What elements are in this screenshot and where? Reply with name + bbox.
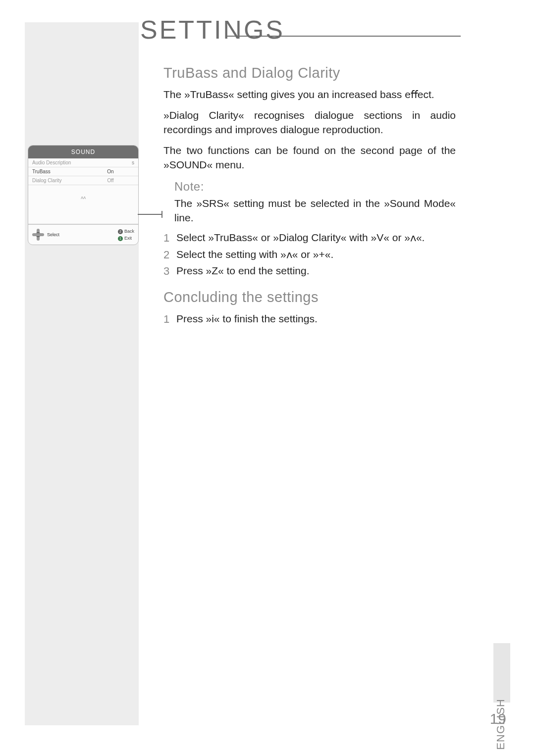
osd-select-label: Select — [47, 232, 59, 237]
step-text: Press »Z« to end the setting. — [176, 264, 456, 279]
note-text: The »SRS« setting must be selected in th… — [174, 197, 456, 225]
manual-page: SETTINGS TruBass and Dialog Clarity The … — [0, 0, 535, 756]
osd-row-dialog-clarity: Dialog Clarity Off — [28, 176, 138, 185]
paragraph: The two functions can be found on the se… — [163, 144, 456, 172]
osd-row-label: TruBass — [32, 169, 92, 174]
step-text: Select the setting with »ᴧ« or »+«. — [176, 248, 456, 262]
language-tab — [493, 643, 510, 703]
step-text: Press »i« to ﬁnish the settings. — [176, 312, 456, 327]
step-item: 2Select the setting with »ᴧ« or »+«. — [163, 248, 456, 262]
steps-list: 1Select »TruBass« or »Dialog Clarity« wi… — [163, 231, 456, 279]
osd-exit-label: Exit — [124, 236, 132, 241]
section-heading-trubass: TruBass and Dialog Clarity — [163, 63, 456, 83]
step-number: 1 — [163, 231, 176, 246]
osd-row-value: Off — [92, 178, 129, 183]
step-number: 2 — [163, 248, 176, 262]
dpad-icon — [32, 229, 44, 241]
page-title: SETTINGS — [140, 15, 285, 45]
osd-sound-menu: SOUND Audio Description s TruBass On Dia… — [28, 145, 139, 245]
step-item: 1Select »TruBass« or »Dialog Clarity« wi… — [163, 231, 456, 246]
step-number: 3 — [163, 264, 176, 279]
chevron-right-icon: s — [129, 160, 134, 165]
osd-row-trubass: TruBass On — [28, 167, 138, 176]
paragraph: The »TruBass« setting gives you an incre… — [163, 88, 456, 101]
step-text: Select »TruBass« or »Dialog Clarity« wit… — [176, 231, 456, 246]
osd-page-arrow: ᴧᴧ — [28, 185, 138, 201]
step-item: 1Press »i« to ﬁnish the settings. — [163, 312, 456, 327]
body-text: TruBass and Dialog Clarity The »TruBass«… — [163, 54, 456, 329]
osd-title: SOUND — [28, 146, 138, 158]
osd-row-label: Dialog Clarity — [32, 178, 92, 183]
title-underline — [225, 36, 461, 37]
section-heading-concluding: Concluding the settings — [163, 288, 456, 307]
osd-exit-hint: 1Exit — [118, 235, 134, 242]
note-label: Note: — [174, 179, 456, 195]
osd-row-label: Audio Description — [32, 160, 92, 165]
steps-list: 1Press »i« to ﬁnish the settings. — [163, 312, 456, 327]
osd-back-hint: 2Back — [118, 228, 134, 235]
badge-icon: 1 — [118, 236, 123, 241]
osd-footer: Select 2Back 1Exit — [28, 224, 138, 245]
osd-footer-right: 2Back 1Exit — [118, 228, 134, 242]
connector-line — [138, 214, 162, 215]
badge-icon: 2 — [118, 229, 123, 234]
osd-row-value: On — [92, 169, 129, 174]
osd-row-audio-description: Audio Description s — [28, 158, 138, 167]
osd-back-label: Back — [124, 229, 134, 234]
osd-footer-inner: Select 2Back 1Exit — [28, 225, 138, 245]
left-column-strip — [25, 22, 139, 725]
step-number: 1 — [163, 312, 176, 327]
step-item: 3Press »Z« to end the setting. — [163, 264, 456, 279]
paragraph: »Dialog Clarity« recognises dialogue sec… — [163, 108, 456, 137]
page-number: 19 — [490, 710, 506, 727]
